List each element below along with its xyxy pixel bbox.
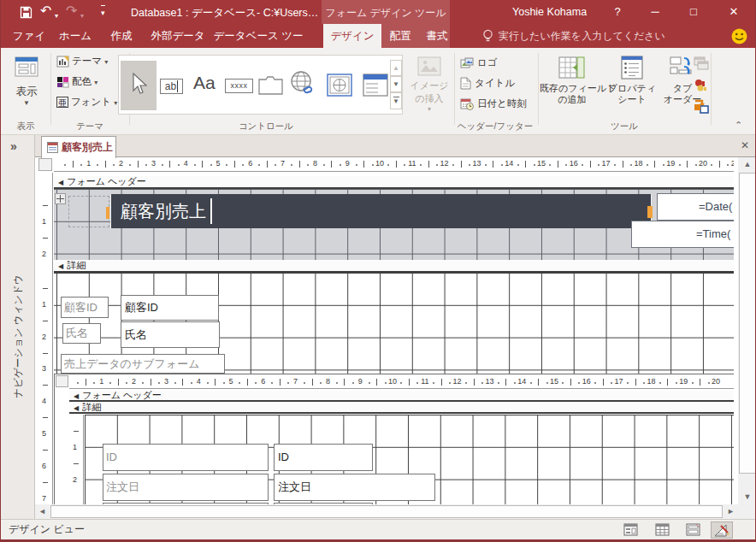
tab-create[interactable]: 作成 (100, 24, 143, 48)
label-control-button[interactable]: Aa (193, 73, 216, 93)
detail-section[interactable]: 顧客ID 顧客ID 氏名 氏名 売上データのサブフォーム 12345678910… (54, 273, 734, 504)
view-button[interactable]: 表示 ▼ (6, 51, 47, 118)
minimize-button[interactable]: ─ (642, 0, 668, 24)
field-textbox[interactable]: 顧客ID (121, 295, 219, 321)
tab-home[interactable]: ホーム (54, 24, 97, 48)
smiley-feedback-icon[interactable] (731, 28, 747, 44)
help-button[interactable]: ? (605, 0, 630, 24)
tab-control-button[interactable] (258, 75, 283, 95)
tab-design[interactable]: デザイン (323, 24, 381, 48)
maximize-button[interactable]: □ (681, 0, 706, 24)
subform-control[interactable]: 1234567891011121314151617181920 ◀フォーム ヘッ… (54, 374, 734, 504)
layout-move-handle[interactable] (55, 193, 66, 204)
form-title-label-editing[interactable]: 顧客別売上 (110, 194, 652, 228)
gallery-scroll-up-button[interactable]: ▲ (390, 60, 402, 76)
logo-button[interactable]: ロゴ (460, 56, 498, 75)
time-expression-textbox[interactable]: =Time( (631, 221, 734, 248)
field-textbox[interactable]: 氏名 (121, 321, 220, 348)
horizontal-ruler[interactable]: 123456789101112131415161718192021 (54, 157, 734, 172)
undo-dropdown-icon[interactable]: ▾ (55, 9, 58, 22)
layout-view-button[interactable] (682, 521, 704, 539)
nav-pane-expand-icon[interactable]: » (10, 139, 17, 153)
navigation-control-button[interactable] (363, 74, 388, 97)
selection-handle-left[interactable] (106, 207, 109, 219)
detail-section-bar[interactable]: ◀詳細 (54, 260, 734, 273)
ruler-mark (97, 164, 98, 166)
logo-placeholder-selection[interactable] (68, 196, 109, 227)
hyperlink-control-button[interactable] (289, 70, 316, 97)
subform-new-window-button[interactable] (694, 56, 709, 70)
gallery-more-button[interactable]: ▼ (390, 92, 402, 109)
horizontal-scrollbar[interactable]: ◄ ► (35, 504, 738, 519)
subform-vertical-ruler[interactable]: 12 (69, 415, 84, 504)
horizontal-scroll-thumb[interactable] (50, 505, 723, 518)
textbox-control-button[interactable]: ab (160, 78, 183, 94)
convert-macros-button[interactable] (694, 99, 709, 114)
field-label[interactable]: 氏名 (62, 323, 101, 344)
vertical-scroll-thumb[interactable] (739, 173, 756, 474)
view-code-button[interactable] (694, 79, 709, 92)
tab-arrange[interactable]: 配置 (382, 24, 418, 48)
selection-handle-right[interactable] (647, 206, 653, 218)
design-view-button-active[interactable] (711, 521, 733, 539)
select-tool-selected[interactable] (121, 61, 157, 110)
subform-detail-section[interactable]: ID ID 注文日 注文日 (85, 415, 734, 504)
account-name[interactable]: Yoshie Kohama (512, 6, 587, 18)
ruler-mark (372, 164, 374, 166)
tab-format[interactable]: 書式 (419, 24, 455, 48)
redo-icon[interactable]: ↷ (66, 4, 77, 17)
field-textbox[interactable]: ID (274, 444, 373, 471)
tab-file[interactable]: ファイル (8, 24, 50, 48)
subform-selector-box[interactable] (56, 375, 68, 387)
form-header-section[interactable]: 顧客別売上 =Date( =Time( (54, 189, 734, 260)
date-time-button[interactable]: 日付と時刻 (460, 97, 527, 116)
ruler-mark (700, 379, 700, 386)
tell-me-search-input[interactable]: 実行したい作業を入力してください (499, 24, 665, 48)
field-label[interactable]: 注文日 (103, 474, 269, 501)
collapse-ribbon-icon[interactable]: ⌃ (735, 120, 742, 131)
navigation-pane-collapsed[interactable]: » ナビゲーション ウィンドウ (1, 135, 35, 519)
scroll-down-icon[interactable]: ▼ (739, 491, 756, 504)
title-button[interactable]: タイトル (460, 77, 515, 96)
vertical-scrollbar[interactable]: ▲ ▼ (738, 157, 756, 504)
tab-external-data[interactable]: 外部データ (146, 24, 210, 48)
scroll-left-icon[interactable]: ◄ (36, 505, 49, 518)
ruler-mark: 1 (42, 300, 46, 309)
close-document-icon[interactable]: ✕ (738, 138, 752, 152)
property-sheet-button[interactable]: プロパティ シート (606, 54, 658, 119)
datasheet-view-button[interactable] (651, 521, 673, 539)
vertical-ruler[interactable]: 121234567 (38, 173, 53, 504)
save-icon[interactable] (20, 6, 32, 19)
tab-database-tools[interactable]: データベース ツール (211, 24, 305, 48)
subform-detail-section-bar[interactable]: ◀詳細 (69, 403, 734, 414)
subform-header-section-bar[interactable]: ◀フォーム ヘッダー (69, 391, 734, 402)
web-browser-control-button[interactable] (327, 74, 352, 97)
form-view-button[interactable] (619, 521, 641, 539)
logo-icon (460, 57, 474, 69)
form-header-section-bar[interactable]: ◀フォーム ヘッダー (54, 176, 734, 189)
insert-image-button-disabled[interactable]: イメージ の挿入 ▾ (405, 53, 454, 120)
gallery-scroll-down-button[interactable]: ▼ (390, 76, 402, 92)
button-control-button[interactable]: xxxx (225, 79, 253, 93)
colors-button[interactable]: 配色 ▾ (56, 75, 97, 94)
scroll-up-icon[interactable]: ▲ (739, 158, 756, 171)
close-button[interactable]: ✕ (721, 0, 747, 24)
undo-icon[interactable]: ↶ (40, 4, 51, 17)
group-label-tools: ツール (538, 120, 711, 133)
themes-button[interactable]: テーマ ▾ (56, 55, 108, 74)
field-textbox[interactable]: 注文日 (274, 474, 435, 501)
subform-horizontal-ruler[interactable]: 1234567891011121314151617181920 (69, 375, 734, 389)
field-label[interactable]: 顧客ID (61, 297, 109, 318)
scroll-right-icon[interactable]: ► (724, 505, 737, 518)
document-tab-active[interactable]: 顧客別売上 (41, 136, 116, 158)
fonts-button[interactable]: 亜フォント ▾ (56, 96, 117, 115)
add-existing-fields-button[interactable]: 既存のフィールド の追加 (540, 54, 605, 119)
ruler-mark (514, 382, 516, 384)
qat-customize-icon[interactable]: ▾ (101, 5, 105, 20)
redo-dropdown-icon[interactable]: ▾ (80, 9, 84, 22)
field-label[interactable]: ID (103, 444, 269, 471)
form-selector-box[interactable] (38, 158, 52, 171)
subform-label[interactable]: 売上データのサブフォーム (61, 354, 225, 374)
date-expression-textbox[interactable]: =Date( (657, 193, 734, 221)
ruler-mark (226, 164, 227, 166)
